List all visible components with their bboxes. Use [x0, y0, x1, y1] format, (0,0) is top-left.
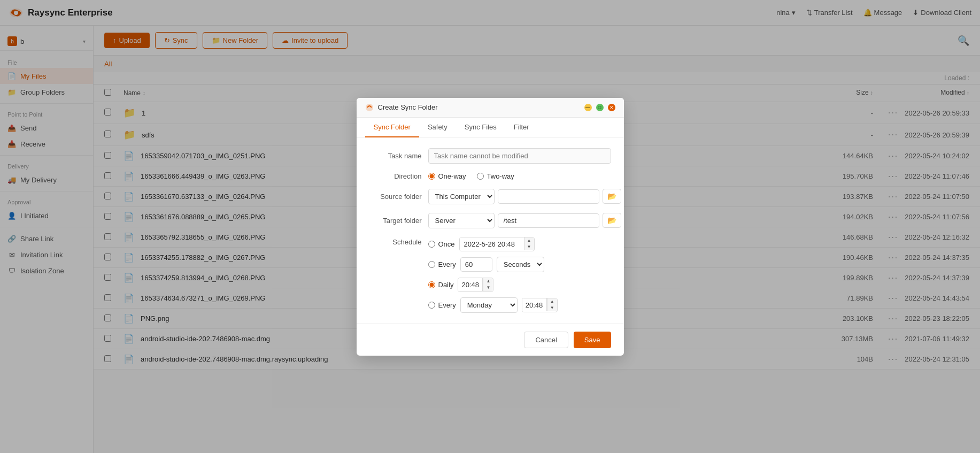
- browse-icon: 📂: [607, 192, 616, 201]
- task-name-input[interactable]: [428, 148, 611, 164]
- tab-filter[interactable]: Filter: [505, 118, 538, 137]
- direction-control: One-way Two-way: [428, 172, 611, 180]
- daily-up-btn[interactable]: ▲: [483, 278, 493, 285]
- source-folder-browse-button[interactable]: 📂: [603, 189, 621, 204]
- dialog-maximize-button[interactable]: □: [596, 104, 604, 111]
- every-option[interactable]: Every: [428, 260, 456, 268]
- dialog-footer: Cancel Save: [357, 324, 624, 356]
- source-folder-control: This Computer Server 📂: [428, 189, 621, 204]
- dialog-tabs: Sync Folder Safety Sync Files Filter: [357, 118, 624, 137]
- one-way-radio[interactable]: [428, 173, 435, 180]
- once-datetime-input[interactable]: [460, 237, 524, 251]
- dialog-minimize-button[interactable]: —: [584, 104, 592, 111]
- dialog-close-button[interactable]: ✕: [608, 104, 615, 111]
- dialog-overlay: Create Sync Folder — □ ✕ Sync Folder Saf…: [0, 0, 980, 453]
- weekly-down-btn[interactable]: ▼: [547, 305, 557, 311]
- weekly-spinner-btns: ▲ ▼: [546, 298, 557, 311]
- weekly-time-input[interactable]: [522, 298, 546, 312]
- daily-time-input[interactable]: [458, 278, 482, 291]
- every-number-input[interactable]: [460, 257, 492, 272]
- target-folder-row: Target folder Server This Computer 📂: [369, 213, 611, 228]
- once-datetime-spinner: ▲ ▼: [459, 237, 535, 251]
- weekly-option[interactable]: Every: [428, 301, 456, 309]
- schedule-weekly-row: Every Monday Tuesday Wednesday Thursday …: [428, 297, 611, 313]
- target-folder-browse-button[interactable]: 📂: [603, 213, 621, 228]
- every-unit-select[interactable]: Seconds Minutes Hours: [497, 257, 544, 272]
- once-spinner-btns: ▲ ▼: [524, 237, 534, 250]
- target-folder-select[interactable]: Server This Computer: [428, 213, 495, 228]
- daily-spinner-btns: ▲ ▼: [482, 278, 493, 291]
- dialog-titlebar: Create Sync Folder — □ ✕: [357, 98, 624, 118]
- task-name-row: Task name: [369, 148, 611, 164]
- daily-down-btn[interactable]: ▼: [483, 285, 493, 291]
- schedule-once-row: Once ▲ ▼: [428, 237, 611, 251]
- weekly-day-select[interactable]: Monday Tuesday Wednesday Thursday Friday…: [460, 297, 518, 313]
- schedule-daily-row: Daily ▲ ▼: [428, 278, 611, 292]
- target-folder-control: Server This Computer 📂: [428, 213, 621, 228]
- two-way-option[interactable]: Two-way: [477, 172, 514, 180]
- schedule-every-row: Every Seconds Minutes Hours: [428, 257, 611, 272]
- weekly-up-btn[interactable]: ▲: [547, 298, 557, 305]
- source-folder-select[interactable]: This Computer Server: [428, 189, 495, 204]
- tab-sync-folder[interactable]: Sync Folder: [365, 118, 419, 137]
- tab-safety[interactable]: Safety: [419, 118, 456, 137]
- source-folder-path-input[interactable]: [498, 189, 599, 204]
- daily-option[interactable]: Daily: [428, 281, 454, 289]
- task-name-label: Task name: [369, 152, 428, 160]
- once-up-btn[interactable]: ▲: [524, 237, 534, 244]
- save-button[interactable]: Save: [574, 332, 611, 348]
- direction-row: Direction One-way Two-way: [369, 172, 611, 180]
- schedule-section: Schedule Once ▲ ▼: [369, 237, 611, 313]
- source-folder-row: Source folder This Computer Server 📂: [369, 189, 611, 204]
- dialog-controls: — □ ✕: [584, 104, 615, 111]
- cancel-button[interactable]: Cancel: [524, 332, 568, 348]
- once-radio[interactable]: [428, 241, 435, 248]
- dialog-title: Create Sync Folder: [365, 103, 438, 112]
- task-name-control: [428, 148, 611, 164]
- once-option[interactable]: Once: [428, 240, 455, 248]
- dialog-body: Task name Direction One-way Two-way: [357, 137, 624, 324]
- direction-label: Direction: [369, 172, 428, 180]
- daily-radio[interactable]: [428, 281, 435, 288]
- once-down-btn[interactable]: ▼: [524, 244, 534, 250]
- one-way-option[interactable]: One-way: [428, 172, 466, 180]
- source-folder-row-inner: This Computer Server 📂: [428, 189, 621, 204]
- schedule-options: Once ▲ ▼: [428, 237, 611, 313]
- create-sync-folder-dialog: Create Sync Folder — □ ✕ Sync Folder Saf…: [357, 98, 624, 356]
- svg-point-2: [366, 104, 373, 111]
- target-folder-row-inner: Server This Computer 📂: [428, 213, 621, 228]
- target-folder-path-input[interactable]: [498, 213, 599, 228]
- schedule-label: Schedule: [369, 237, 428, 246]
- two-way-radio[interactable]: [477, 173, 484, 180]
- browse-icon-2: 📂: [607, 216, 616, 225]
- target-folder-label: Target folder: [369, 217, 428, 225]
- every-radio[interactable]: [428, 261, 435, 268]
- weekly-radio[interactable]: [428, 302, 435, 309]
- daily-time-spinner: ▲ ▼: [458, 278, 493, 292]
- dialog-title-icon: [365, 103, 374, 112]
- tab-sync-files[interactable]: Sync Files: [456, 118, 505, 137]
- source-folder-label: Source folder: [369, 193, 428, 201]
- weekly-time-spinner: ▲ ▼: [522, 298, 558, 312]
